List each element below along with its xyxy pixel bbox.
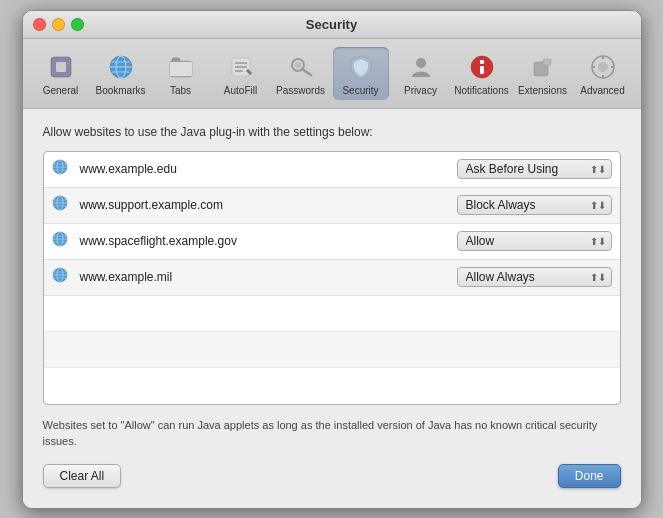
footer-note: Websites set to "Allow" can run Java app… — [43, 417, 621, 450]
main-content: Allow websites to use the Java plug-in w… — [23, 109, 641, 508]
done-button[interactable]: Done — [558, 464, 621, 488]
bookmarks-icon — [105, 51, 137, 83]
toolbar: General Bookmarks — [23, 39, 641, 109]
button-row: Clear All Done — [43, 464, 621, 492]
table-row: www.spaceflight.example.gov Ask Before U… — [44, 224, 620, 260]
extensions-label: Extensions — [518, 85, 567, 96]
clear-all-button[interactable]: Clear All — [43, 464, 122, 488]
advanced-icon — [587, 51, 619, 83]
toolbar-item-advanced[interactable]: Advanced — [575, 47, 631, 100]
table-row: www.example.edu Ask Before Using Block A… — [44, 152, 620, 188]
row-url-2: www.support.example.com — [80, 198, 457, 212]
globe-icon-3 — [52, 231, 72, 251]
row-url-4: www.example.mil — [80, 270, 457, 284]
row-setting-select-3[interactable]: Ask Before Using Block Always Allow Allo… — [457, 231, 612, 251]
row-select-wrapper-3: Ask Before Using Block Always Allow Allo… — [457, 231, 612, 251]
privacy-label: Privacy — [404, 85, 437, 96]
row-url-1: www.example.edu — [80, 162, 457, 176]
security-label: Security — [342, 85, 378, 96]
maximize-button[interactable] — [71, 18, 84, 31]
toolbar-item-extensions[interactable]: Extensions — [515, 47, 571, 100]
general-icon — [45, 51, 77, 83]
general-label: General — [43, 85, 79, 96]
table-row: www.example.mil Ask Before Using Block A… — [44, 260, 620, 296]
tabs-label: Tabs — [170, 85, 191, 96]
globe-icon-2 — [52, 195, 72, 215]
row-select-wrapper-1: Ask Before Using Block Always Allow Allo… — [457, 159, 612, 179]
autofill-label: AutoFill — [224, 85, 257, 96]
svg-point-17 — [295, 62, 301, 68]
svg-rect-9 — [170, 62, 192, 76]
toolbar-item-general[interactable]: General — [33, 47, 89, 100]
row-select-wrapper-2: Ask Before Using Block Always Allow Allo… — [457, 195, 612, 215]
security-icon — [345, 51, 377, 83]
row-url-3: www.spaceflight.example.gov — [80, 234, 457, 248]
svg-rect-1 — [56, 62, 66, 72]
window-title: Security — [306, 17, 357, 32]
traffic-lights — [33, 18, 84, 31]
empty-row — [44, 332, 620, 368]
empty-row — [44, 296, 620, 332]
close-button[interactable] — [33, 18, 46, 31]
passwords-icon — [285, 51, 317, 83]
row-select-wrapper-4: Ask Before Using Block Always Allow Allo… — [457, 267, 612, 287]
svg-rect-23 — [543, 59, 551, 65]
svg-rect-20 — [480, 60, 484, 64]
notifications-icon — [466, 51, 498, 83]
toolbar-item-security[interactable]: Security — [333, 47, 389, 100]
passwords-label: Passwords — [276, 85, 325, 96]
description-text: Allow websites to use the Java plug-in w… — [43, 125, 621, 139]
globe-icon-4 — [52, 267, 72, 287]
tabs-icon — [165, 51, 197, 83]
row-setting-select-1[interactable]: Ask Before Using Block Always Allow Allo… — [457, 159, 612, 179]
toolbar-item-bookmarks[interactable]: Bookmarks — [93, 47, 149, 100]
svg-line-16 — [302, 69, 311, 75]
svg-rect-21 — [480, 66, 484, 74]
minimize-button[interactable] — [52, 18, 65, 31]
privacy-icon — [405, 51, 437, 83]
toolbar-item-privacy[interactable]: Privacy — [393, 47, 449, 100]
row-setting-select-2[interactable]: Ask Before Using Block Always Allow Allo… — [457, 195, 612, 215]
svg-point-18 — [416, 58, 426, 68]
table-row: www.support.example.com Ask Before Using… — [44, 188, 620, 224]
extensions-icon — [527, 51, 559, 83]
toolbar-item-autofill[interactable]: AutoFill — [213, 47, 269, 100]
globe-icon-1 — [52, 159, 72, 179]
security-window: Security General Book — [22, 10, 642, 509]
row-setting-select-4[interactable]: Ask Before Using Block Always Allow Allo… — [457, 267, 612, 287]
toolbar-item-notifications[interactable]: Notifications — [453, 47, 511, 100]
bookmarks-label: Bookmarks — [96, 85, 146, 96]
website-table: www.example.edu Ask Before Using Block A… — [43, 151, 621, 405]
toolbar-item-passwords[interactable]: Passwords — [273, 47, 329, 100]
svg-point-25 — [598, 62, 608, 72]
notifications-label: Notifications — [454, 85, 508, 96]
titlebar: Security — [23, 11, 641, 39]
autofill-icon — [225, 51, 257, 83]
advanced-label: Advanced — [580, 85, 624, 96]
empty-row — [44, 368, 620, 404]
toolbar-item-tabs[interactable]: Tabs — [153, 47, 209, 100]
